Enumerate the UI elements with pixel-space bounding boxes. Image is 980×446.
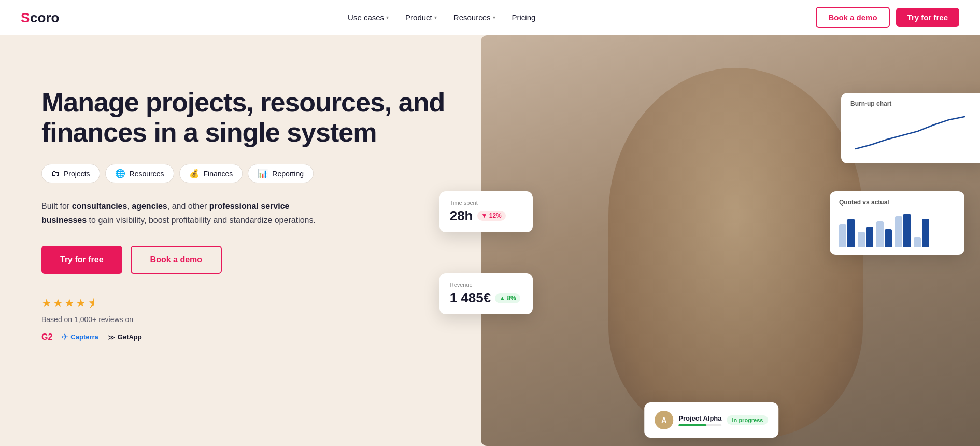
star-half: ⯨ bbox=[87, 297, 98, 310]
nav-actions: Book a demo Try for free bbox=[816, 7, 959, 28]
hero-content: Manage projects, resources, and finances… bbox=[0, 66, 539, 373]
hero-reviews: ★ ★ ★ ★ ⯨ Based on 1,000+ reviews on G2 … bbox=[41, 297, 539, 342]
status-badge: In progress bbox=[727, 415, 769, 425]
book-demo-button[interactable]: Book a demo bbox=[816, 7, 889, 28]
star-2: ★ bbox=[53, 297, 63, 310]
nav-use-cases[interactable]: Use cases ▾ bbox=[348, 13, 389, 22]
bar-item bbox=[858, 232, 865, 247]
bar-item bbox=[839, 224, 846, 247]
bar-item bbox=[866, 227, 873, 247]
logo[interactable]: coro S bbox=[21, 9, 67, 26]
bar-item bbox=[847, 219, 855, 247]
progress-name: Project Alpha bbox=[678, 414, 721, 422]
getapp-logo: ≫ GetApp bbox=[108, 333, 142, 341]
tag-resources[interactable]: 🌐 Resources bbox=[105, 164, 174, 183]
hero-try-free-button[interactable]: Try for free bbox=[41, 246, 122, 274]
bars-chart bbox=[839, 211, 955, 247]
review-text: Based on 1,000+ reviews on bbox=[41, 315, 539, 324]
nav-product[interactable]: Product ▾ bbox=[405, 13, 437, 22]
chevron-down-icon: ▾ bbox=[493, 15, 495, 20]
hero-tags: 🗂 Projects 🌐 Resources 💰 Finances 📊 Repo… bbox=[41, 164, 539, 183]
progress-info: Project Alpha bbox=[678, 414, 721, 426]
bar-item bbox=[922, 219, 929, 247]
star-1: ★ bbox=[41, 297, 52, 310]
hero-section: Manage projects, resources, and finances… bbox=[0, 35, 980, 446]
progress-bar-fill bbox=[678, 424, 706, 426]
try-free-button[interactable]: Try for free bbox=[896, 8, 959, 27]
hero-buttons: Try for free Book a demo bbox=[41, 246, 539, 274]
bar-item bbox=[914, 237, 921, 247]
projects-icon: 🗂 bbox=[51, 169, 60, 178]
burnup-chart-card: Burn-up chart bbox=[841, 93, 980, 163]
resources-icon: 🌐 bbox=[115, 169, 125, 178]
svg-text:S: S bbox=[21, 10, 30, 25]
nav-pricing[interactable]: Pricing bbox=[512, 13, 536, 22]
svg-text:coro: coro bbox=[30, 10, 59, 25]
burnup-chart-svg bbox=[850, 113, 975, 154]
tag-reporting[interactable]: 📊 Reporting bbox=[248, 164, 314, 183]
quoted-title: Quoted vs actual bbox=[839, 199, 955, 206]
star-3: ★ bbox=[64, 297, 75, 310]
reporting-icon: 📊 bbox=[258, 169, 268, 178]
review-logos: G2 ✈ Capterra ≫ GetApp bbox=[41, 332, 539, 342]
bar-item bbox=[903, 214, 911, 247]
avatar: A bbox=[655, 411, 673, 429]
chevron-down-icon: ▾ bbox=[434, 15, 437, 20]
progress-card: A Project Alpha In progress bbox=[644, 402, 778, 438]
nav-links: Use cases ▾ Product ▾ Resources ▾ Pricin… bbox=[348, 13, 535, 22]
finances-icon: 💰 bbox=[189, 169, 200, 178]
progress-inner: A Project Alpha In progress bbox=[655, 411, 768, 429]
tag-projects[interactable]: 🗂 Projects bbox=[41, 164, 100, 183]
bar-item bbox=[895, 216, 902, 247]
hero-description: Built for consultancies, agencies, and o… bbox=[41, 200, 321, 227]
progress-bar-wrap bbox=[678, 424, 721, 426]
nav-resources[interactable]: Resources ▾ bbox=[453, 13, 495, 22]
hero-visual: Burn-up chart Quoted vs actual bbox=[481, 35, 980, 446]
hero-book-demo-button[interactable]: Book a demo bbox=[131, 246, 222, 274]
star-4: ★ bbox=[76, 297, 86, 310]
tag-finances[interactable]: 💰 Finances bbox=[179, 164, 243, 183]
navbar: coro S Use cases ▾ Product ▾ Resources ▾… bbox=[0, 0, 980, 35]
g2-logo: G2 bbox=[41, 332, 52, 342]
hero-title: Manage projects, resources, and finances… bbox=[41, 87, 539, 147]
burnup-title: Burn-up chart bbox=[850, 100, 977, 107]
star-rating: ★ ★ ★ ★ ⯨ bbox=[41, 297, 539, 310]
capterra-logo: ✈ Capterra bbox=[62, 332, 98, 342]
bar-item bbox=[885, 229, 892, 247]
quoted-vs-actual-card: Quoted vs actual bbox=[830, 191, 964, 255]
bar-item bbox=[876, 221, 884, 247]
chevron-down-icon: ▾ bbox=[386, 15, 389, 20]
